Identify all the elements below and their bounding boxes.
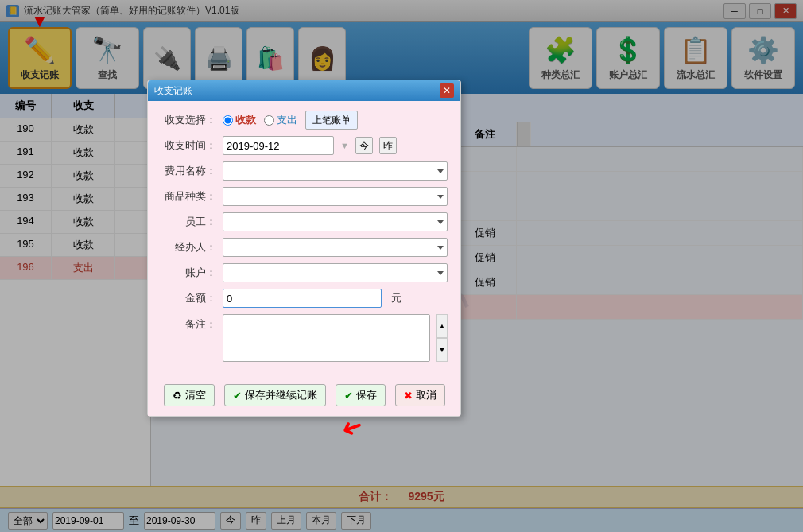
- date-label: 收支时间：: [161, 138, 216, 153]
- cost-name-select[interactable]: [223, 161, 448, 181]
- check-icon-save: ✔: [344, 390, 353, 402]
- cancel-button[interactable]: ✖ 取消: [395, 384, 445, 406]
- account-select[interactable]: [223, 263, 448, 282]
- type-label: 收支选择：: [161, 113, 216, 127]
- amount-input[interactable]: [223, 289, 382, 308]
- amount-row: 金额： 元: [161, 289, 448, 308]
- date-row: 收支时间： ▼ 今 昨: [161, 136, 448, 155]
- income-radio-label[interactable]: 收款: [223, 113, 256, 127]
- dialog-body: 收支选择： 收款 支出 上笔账单 收支时间： ▼ 今 昨 费用: [148, 101, 460, 378]
- expense-radio[interactable]: [264, 115, 274, 126]
- note-textarea[interactable]: [223, 314, 430, 362]
- staff-select[interactable]: [223, 212, 448, 231]
- handler-row: 经办人：: [161, 238, 448, 257]
- clear-btn-label: 清空: [185, 388, 206, 402]
- upload-btn[interactable]: 上笔账单: [305, 111, 358, 130]
- check-icon-continue: ✔: [233, 390, 242, 402]
- today-quick-btn[interactable]: 今: [355, 137, 373, 154]
- save-continue-label: 保存并继续记账: [245, 388, 317, 402]
- category-row: 商品种类：: [161, 187, 448, 206]
- date-input[interactable]: [223, 136, 334, 155]
- amount-label: 金额：: [161, 291, 216, 305]
- note-row: 备注： ▲ ▼: [161, 314, 448, 362]
- dialog: 收支记账 ✕ 收支选择： 收款 支出 上笔账单 收支时间： ▼ 今: [147, 80, 461, 417]
- account-row: 账户：: [161, 263, 448, 282]
- handler-label: 经办人：: [161, 240, 216, 254]
- category-select-dialog[interactable]: [223, 187, 448, 206]
- yuan-label: 元: [391, 291, 402, 305]
- cost-name-row: 费用名称：: [161, 161, 448, 181]
- yesterday-quick-btn[interactable]: 昨: [379, 137, 397, 154]
- note-scroll-down[interactable]: ▼: [436, 338, 448, 362]
- account-label: 账户：: [161, 266, 216, 280]
- staff-label: 员工：: [161, 215, 216, 229]
- staff-row: 员工：: [161, 212, 448, 231]
- save-button[interactable]: ✔ 保存: [336, 384, 386, 406]
- recycle-icon: ♻: [173, 390, 182, 402]
- radio-group: 收款 支出 上笔账单: [223, 111, 358, 130]
- dialog-title-bar: 收支记账 ✕: [148, 80, 460, 101]
- expense-label: 支出: [277, 113, 297, 127]
- expense-radio-label[interactable]: 支出: [264, 113, 297, 127]
- clear-button[interactable]: ♻ 清空: [164, 384, 215, 406]
- income-label: 收款: [235, 113, 256, 127]
- category-label: 商品种类：: [161, 189, 216, 204]
- handler-select[interactable]: [223, 238, 448, 257]
- dialog-title-text: 收支记账: [154, 84, 440, 98]
- dialog-close-button[interactable]: ✕: [440, 83, 454, 98]
- income-radio[interactable]: [223, 115, 233, 126]
- cancel-label: 取消: [416, 388, 436, 402]
- save-label: 保存: [356, 388, 377, 402]
- note-scroll-up[interactable]: ▲: [436, 314, 448, 338]
- note-label: 备注：: [161, 317, 216, 332]
- save-continue-button[interactable]: ✔ 保存并继续记账: [224, 384, 326, 406]
- cost-name-label: 费用名称：: [161, 164, 216, 178]
- cross-icon: ✖: [404, 390, 413, 402]
- type-selection-row: 收支选择： 收款 支出 上笔账单: [161, 111, 448, 130]
- dialog-footer: ♻ 清空 ✔ 保存并继续记账 ✔ 保存 ✖ 取消: [148, 378, 460, 416]
